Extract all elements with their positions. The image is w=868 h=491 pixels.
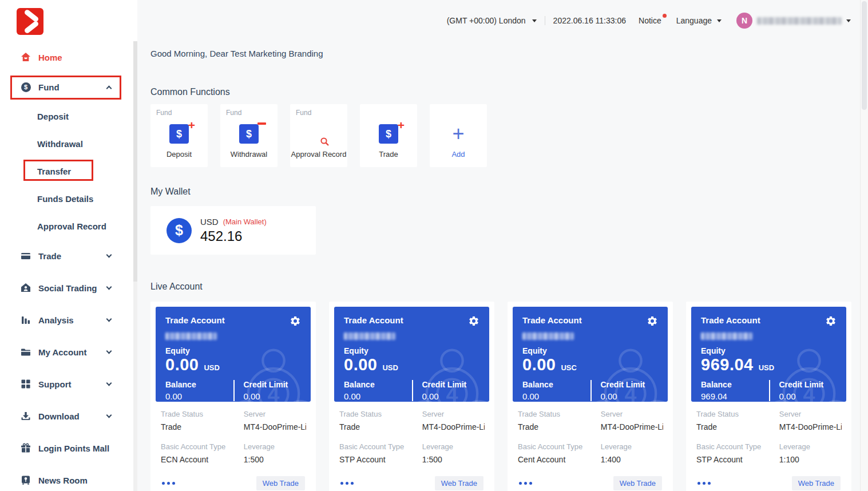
cf-card-add[interactable]: + Add bbox=[430, 104, 487, 167]
account-card-1: Trade Account Equity 0.00 USD Balance bbox=[150, 302, 316, 491]
trade-status-label: Trade Status bbox=[339, 410, 422, 418]
gear-icon[interactable] bbox=[290, 315, 301, 329]
sidebar-item-download[interactable]: Download bbox=[0, 400, 137, 432]
account-card-header: Trade Account Equity 969.04 USD Balance bbox=[691, 307, 846, 402]
avatar[interactable]: N bbox=[736, 13, 752, 29]
wallet-dollar-icon: $ bbox=[167, 218, 192, 243]
withdrawal-icon: $ bbox=[239, 121, 259, 146]
home-icon bbox=[21, 52, 31, 62]
wallet-card[interactable]: $ USD (Main Wallet) 452.16 bbox=[150, 206, 316, 255]
notice-dot bbox=[663, 14, 667, 18]
gear-icon[interactable] bbox=[647, 315, 658, 329]
social-trading-icon bbox=[21, 283, 31, 293]
account-type-label: Basic Account Type bbox=[696, 442, 779, 451]
sidebar-item-approval-record[interactable]: Approval Record bbox=[0, 212, 137, 240]
gear-icon[interactable] bbox=[468, 315, 479, 329]
chevron-down-icon bbox=[106, 348, 112, 354]
sidebar-item-transfer[interactable]: Transfer bbox=[0, 157, 137, 185]
cf-card-withdrawal[interactable]: Fund $ Withdrawal bbox=[220, 104, 278, 167]
web-trade-button[interactable]: Web Trade bbox=[613, 476, 662, 490]
caret-down-icon bbox=[532, 19, 537, 22]
equity-value: 0.00 bbox=[165, 355, 199, 374]
datetime-display: 2022.06.16 11:33:06 bbox=[553, 16, 626, 25]
trade-status-label: Trade Status bbox=[161, 410, 244, 418]
news-room-icon bbox=[21, 475, 31, 485]
language-selector[interactable]: Language bbox=[676, 16, 722, 25]
leverage-label: Leverage bbox=[601, 442, 663, 451]
sidebar-item-news-room[interactable]: News Room bbox=[0, 464, 137, 491]
user-menu[interactable]: N bbox=[736, 13, 851, 29]
sidebar-item-label: Download bbox=[38, 411, 80, 421]
account-type-value: ECN Account bbox=[161, 455, 244, 464]
sidebar-item-withdrawal[interactable]: Withdrawal bbox=[0, 130, 137, 157]
sidebar-scrollbar[interactable] bbox=[133, 41, 137, 491]
server-label: Server bbox=[244, 410, 306, 418]
deposit-icon: $ + bbox=[169, 121, 189, 146]
account-number-redacted bbox=[522, 332, 574, 340]
account-type-label: Basic Account Type bbox=[518, 442, 601, 451]
account-card-title: Trade Account bbox=[522, 315, 582, 325]
chevron-down-icon bbox=[106, 412, 112, 418]
wallet-info: USD (Main Wallet) 452.16 bbox=[200, 217, 267, 244]
sidebar-item-support[interactable]: Support bbox=[0, 368, 137, 400]
sidebar-item-label: News Room bbox=[38, 476, 88, 485]
brand-logo[interactable] bbox=[17, 8, 43, 35]
leverage-value: 1:400 bbox=[601, 455, 663, 464]
chevron-down-icon bbox=[106, 284, 112, 290]
credit-limit-value: 0.00 bbox=[779, 391, 837, 401]
sidebar-item-funds-details[interactable]: Funds Details bbox=[0, 185, 137, 212]
equity-value: 0.00 bbox=[522, 355, 556, 374]
web-trade-button[interactable]: Web Trade bbox=[256, 476, 305, 490]
leverage-value: 1:500 bbox=[244, 455, 306, 464]
notice-label: Notice bbox=[639, 16, 661, 25]
account-type-value: STP Account bbox=[339, 455, 422, 464]
notice-link[interactable]: Notice bbox=[639, 16, 661, 25]
account-number-redacted bbox=[344, 332, 395, 340]
sidebar-item-analysis[interactable]: Analysis bbox=[0, 304, 137, 336]
more-actions-icon[interactable] bbox=[519, 482, 532, 485]
web-trade-button[interactable]: Web Trade bbox=[435, 476, 483, 490]
equity-currency: USD bbox=[204, 363, 219, 372]
more-actions-icon[interactable] bbox=[697, 482, 711, 485]
sidebar-item-login-points-mall[interactable]: Login Points Mall bbox=[0, 432, 137, 464]
sidebar-item-label: Support bbox=[38, 379, 72, 389]
page-scrollbar-thumb[interactable] bbox=[862, 1, 867, 110]
trade-status-value: Trade bbox=[696, 422, 779, 431]
cf-card-deposit[interactable]: Fund $ + Deposit bbox=[150, 104, 208, 167]
sidebar-item-social-trading[interactable]: Social Trading bbox=[0, 272, 137, 304]
sidebar-item-fund[interactable]: $ Fund bbox=[0, 72, 137, 102]
cf-card-approval-record[interactable]: Fund Approval Record bbox=[290, 104, 347, 167]
account-type-value: STP Account bbox=[696, 455, 779, 464]
cf-card-trade[interactable]: $ + Trade bbox=[360, 104, 417, 167]
sidebar-item-trade[interactable]: Trade bbox=[0, 240, 137, 272]
credit-limit-label: Credit Limit bbox=[601, 380, 659, 389]
gear-icon[interactable] bbox=[825, 315, 837, 329]
sidebar-scrollbar-thumb[interactable] bbox=[133, 41, 137, 282]
sidebar-item-label: Social Trading bbox=[38, 283, 97, 293]
timezone-selector[interactable]: (GMT +00:00) London bbox=[447, 16, 537, 25]
folder-icon bbox=[21, 347, 31, 357]
page-scrollbar[interactable] bbox=[860, 0, 868, 491]
more-actions-icon[interactable] bbox=[162, 482, 175, 485]
cf-label: Approval Record bbox=[291, 150, 347, 159]
credit-limit-value: 0.00 bbox=[601, 391, 659, 401]
equity-label: Equity bbox=[701, 346, 837, 355]
sidebar-item-my-account[interactable]: My Account bbox=[0, 336, 137, 368]
leverage-value: 1:500 bbox=[422, 455, 485, 464]
wallet-tag: (Main Wallet) bbox=[223, 217, 267, 226]
cf-label: Trade bbox=[379, 150, 398, 159]
more-actions-icon[interactable] bbox=[340, 482, 354, 485]
timezone-label: (GMT +00:00) London bbox=[447, 16, 526, 25]
chevron-down-icon bbox=[106, 380, 112, 386]
web-trade-button[interactable]: Web Trade bbox=[792, 476, 841, 490]
trade-status-value: Trade bbox=[518, 422, 601, 431]
cf-label: Deposit bbox=[167, 150, 192, 159]
sidebar-item-home[interactable]: Home bbox=[0, 43, 137, 72]
chevron-down-icon bbox=[106, 252, 112, 258]
leverage-label: Leverage bbox=[779, 442, 842, 451]
sidebar-item-deposit[interactable]: Deposit bbox=[0, 102, 137, 130]
common-functions-title: Common Functions bbox=[150, 87, 868, 97]
credit-limit-value: 0.00 bbox=[244, 391, 302, 401]
cf-category: Fund bbox=[156, 109, 172, 117]
server-label: Server bbox=[422, 410, 485, 418]
